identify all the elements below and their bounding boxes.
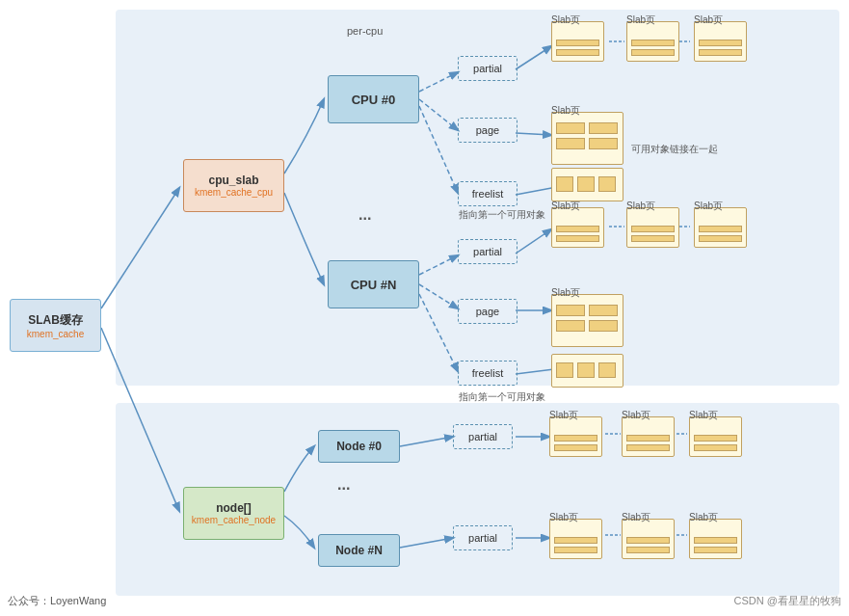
slab-page-cpu0-fl bbox=[551, 168, 623, 201]
freelist-cpu0-box: freelist bbox=[458, 181, 517, 206]
node0-label: Node #0 bbox=[336, 440, 382, 453]
slab-label-nodeN-p1: Slab页 bbox=[549, 511, 578, 524]
nodeN-label: Node #N bbox=[335, 544, 383, 557]
slab-page-cpuN-pg bbox=[551, 294, 623, 347]
slab-label-node0-p1: Slab页 bbox=[549, 409, 578, 422]
partial-cpuN-box: partial bbox=[458, 239, 517, 264]
annotation-freelist-bottom: 指向第一个可用对象 bbox=[459, 390, 545, 404]
per-cpu-label: per-cpu bbox=[347, 25, 383, 37]
slab-page-cpu0-pg bbox=[551, 112, 623, 165]
slab-page-cpuN-p1 bbox=[551, 207, 604, 248]
cpu-slab-box: cpu_slab kmem_cache_cpu bbox=[183, 159, 284, 212]
slab-label-cpu0-p1: Slab页 bbox=[551, 13, 580, 27]
annotation-freelist-top: 指向第一个可用对象 bbox=[459, 208, 545, 222]
annotation-linked: 可用对象链接在一起 bbox=[631, 143, 718, 156]
cpu0-box: CPU #0 bbox=[328, 75, 419, 123]
slab-label-cpuN-p3: Slab页 bbox=[694, 200, 723, 213]
cpu-slab-subtitle: kmem_cache_cpu bbox=[195, 187, 273, 198]
slab-label-cpu0-p2: Slab页 bbox=[626, 13, 655, 27]
page-cpu0-box: page bbox=[458, 118, 517, 143]
slab-label-cpu0-pg: Slab页 bbox=[551, 104, 580, 118]
cpuN-label: CPU #N bbox=[351, 278, 397, 292]
node-title: node[] bbox=[216, 501, 252, 515]
slab-page-cpu0-p1 bbox=[551, 21, 604, 62]
node-box: node[] kmem_cache_node bbox=[183, 487, 284, 540]
slab-cache-title: SLAB缓存 bbox=[28, 312, 83, 329]
partial-node0-box: partial bbox=[453, 424, 513, 449]
slab-page-cpu0-p2 bbox=[626, 21, 679, 62]
slab-label-cpuN-p2: Slab页 bbox=[626, 200, 655, 213]
freelist-cpuN-box: freelist bbox=[458, 361, 517, 386]
slab-page-nodeN-p2 bbox=[622, 519, 675, 559]
nodeN-box: Node #N bbox=[318, 534, 400, 567]
slab-page-nodeN-p3 bbox=[689, 519, 742, 559]
cpu-slab-title: cpu_slab bbox=[208, 174, 258, 187]
slab-page-node0-p1 bbox=[549, 416, 602, 457]
slab-page-node0-p2 bbox=[622, 416, 675, 457]
slab-label-nodeN-p2: Slab页 bbox=[622, 511, 650, 524]
slab-label-cpuN-pg: Slab页 bbox=[551, 286, 580, 300]
slab-page-cpu0-p3 bbox=[694, 21, 747, 62]
slab-cache-box: SLAB缓存 kmem_cache bbox=[10, 299, 101, 352]
page-cpuN-box: page bbox=[458, 299, 517, 324]
slab-cache-subtitle: kmem_cache bbox=[27, 329, 84, 339]
slab-label-nodeN-p3: Slab页 bbox=[689, 511, 718, 524]
slab-page-cpuN-p3 bbox=[694, 207, 747, 248]
node0-box: Node #0 bbox=[318, 430, 400, 463]
main-container: SLAB缓存 kmem_cache cpu_slab kmem_cache_cp… bbox=[0, 0, 849, 616]
cpu0-label: CPU #0 bbox=[352, 93, 396, 107]
cpuN-box: CPU #N bbox=[328, 260, 419, 308]
slab-page-node0-p3 bbox=[689, 416, 742, 457]
cpu-ellipsis: ··· bbox=[358, 210, 371, 228]
slab-label-node0-p3: Slab页 bbox=[689, 409, 718, 422]
node-ellipsis: ··· bbox=[337, 480, 350, 497]
slab-label-cpu0-p3: Slab页 bbox=[694, 13, 723, 27]
partial-cpu0-box: partial bbox=[458, 56, 517, 81]
slab-page-cpuN-p2 bbox=[626, 207, 679, 248]
slab-label-node0-p2: Slab页 bbox=[622, 409, 650, 422]
footer-right: CSDN @看星星的牧狗 bbox=[734, 594, 841, 608]
node-subtitle: kmem_cache_node bbox=[192, 515, 276, 525]
slab-page-cpuN-fl bbox=[551, 354, 623, 388]
slab-page-nodeN-p1 bbox=[549, 519, 602, 559]
slab-label-cpuN-p1: Slab页 bbox=[551, 200, 580, 213]
partial-nodeN-box: partial bbox=[453, 525, 513, 550]
footer-left: 公众号：LoyenWang bbox=[8, 594, 106, 608]
